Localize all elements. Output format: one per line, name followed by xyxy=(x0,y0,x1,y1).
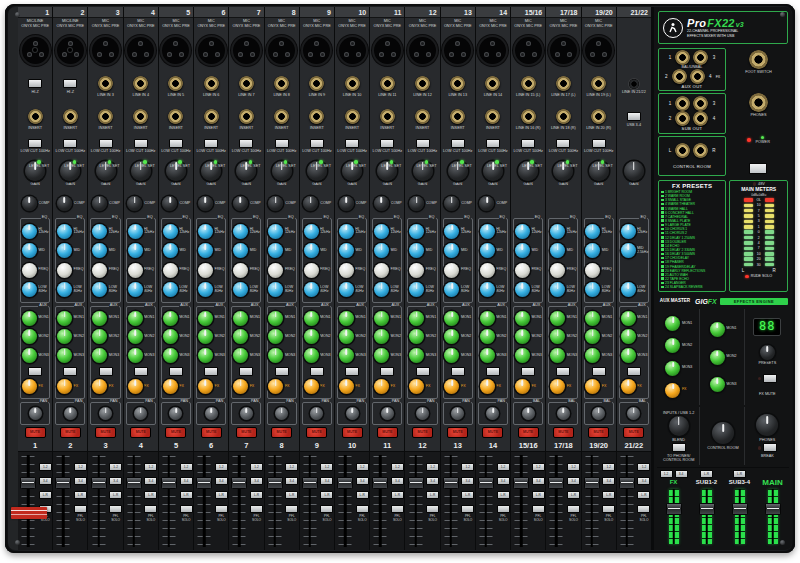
eq-mid-knob[interactable] xyxy=(233,243,248,258)
channel-fader[interactable] xyxy=(20,477,36,489)
eq-freq-knob[interactable] xyxy=(57,263,72,278)
eq-hi-knob[interactable] xyxy=(339,224,354,239)
sub12-fader[interactable] xyxy=(699,503,715,515)
eq-freq-knob[interactable] xyxy=(339,263,354,278)
mute-button[interactable]: MUTE xyxy=(623,427,644,438)
eq-hi-knob[interactable] xyxy=(198,224,213,239)
aux-master-mon2-knob[interactable] xyxy=(665,338,680,353)
fx-send-knob[interactable] xyxy=(444,379,459,394)
mon3-knob[interactable] xyxy=(339,348,354,363)
comp-knob[interactable] xyxy=(444,196,459,211)
assign-lr-button[interactable]: L-R xyxy=(426,491,439,499)
solo-button[interactable] xyxy=(637,505,650,513)
mute-button[interactable]: MUTE xyxy=(201,427,222,438)
eq-low-knob[interactable] xyxy=(339,282,354,297)
mute-button[interactable]: MUTE xyxy=(271,427,292,438)
phones-knob[interactable] xyxy=(756,414,778,436)
eq-freq-knob[interactable] xyxy=(444,263,459,278)
pan-knob[interactable] xyxy=(522,407,535,420)
pan-knob[interactable] xyxy=(169,407,182,420)
eq-mid-knob[interactable] xyxy=(92,243,107,258)
mon2-knob[interactable] xyxy=(163,329,178,344)
comp-knob[interactable] xyxy=(233,196,248,211)
eq-hi-knob[interactable] xyxy=(233,224,248,239)
fx-send-knob[interactable] xyxy=(480,379,495,394)
mon3-knob[interactable] xyxy=(128,348,143,363)
pan-knob[interactable] xyxy=(592,407,605,420)
fx-to-mon1-knob[interactable] xyxy=(710,322,725,337)
solo-button[interactable] xyxy=(356,505,369,513)
channel-fader[interactable] xyxy=(126,477,142,489)
solo-button[interactable] xyxy=(250,505,263,513)
eq-low-knob[interactable] xyxy=(163,282,178,297)
low-cut-switch[interactable] xyxy=(416,139,430,148)
solo-button[interactable] xyxy=(285,505,298,513)
eq-low-knob[interactable] xyxy=(92,282,107,297)
pan-knob[interactable] xyxy=(486,407,499,420)
sub12-lr-button[interactable]: L-R xyxy=(700,470,713,478)
fx-assign-3-4-button[interactable]: 3-4 xyxy=(675,470,688,478)
assign-3-4-button[interactable]: 3-4 xyxy=(461,477,474,485)
mon2-knob[interactable] xyxy=(515,329,530,344)
pre-post-switch[interactable] xyxy=(134,367,148,376)
pan-knob[interactable] xyxy=(557,407,570,420)
pre-post-switch[interactable] xyxy=(275,367,289,376)
assign-1-2-button[interactable]: 1-2 xyxy=(637,463,650,471)
eq-freq-knob[interactable] xyxy=(233,263,248,278)
eq-hi-knob[interactable] xyxy=(409,224,424,239)
assign-1-2-button[interactable]: 1-2 xyxy=(144,463,157,471)
low-cut-switch[interactable] xyxy=(310,139,324,148)
eq-freq-knob[interactable] xyxy=(92,263,107,278)
assign-1-2-button[interactable]: 1-2 xyxy=(39,463,52,471)
mute-button[interactable]: MUTE xyxy=(482,427,503,438)
mon3-knob[interactable] xyxy=(57,348,72,363)
assign-1-2-button[interactable]: 1-2 xyxy=(356,463,369,471)
low-cut-switch[interactable] xyxy=(380,139,394,148)
mute-button[interactable]: MUTE xyxy=(95,427,116,438)
solo-button[interactable] xyxy=(567,505,580,513)
assign-3-4-button[interactable]: 3-4 xyxy=(215,477,228,485)
pre-post-switch[interactable] xyxy=(592,367,606,376)
mon3-knob[interactable] xyxy=(621,348,636,363)
mon3-knob[interactable] xyxy=(163,348,178,363)
mon2-knob[interactable] xyxy=(304,329,319,344)
eq-low-knob[interactable] xyxy=(374,282,389,297)
assign-1-2-button[interactable]: 1-2 xyxy=(567,463,580,471)
assign-3-4-button[interactable]: 3-4 xyxy=(39,477,52,485)
mon3-knob[interactable] xyxy=(304,348,319,363)
pre-post-switch[interactable] xyxy=(627,367,641,376)
eq-low-knob[interactable] xyxy=(22,282,37,297)
eq-freq-knob[interactable] xyxy=(163,263,178,278)
eq-low-knob[interactable] xyxy=(550,282,565,297)
assign-lr-button[interactable]: L-R xyxy=(461,491,474,499)
eq-low-knob[interactable] xyxy=(515,282,530,297)
mon2-knob[interactable] xyxy=(585,329,600,344)
mon2-knob[interactable] xyxy=(22,329,37,344)
channel-fader[interactable] xyxy=(443,477,459,489)
solo-button[interactable] xyxy=(426,505,439,513)
channel-fader[interactable] xyxy=(267,477,283,489)
channel-fader[interactable] xyxy=(91,477,107,489)
assign-lr-button[interactable]: L-R xyxy=(250,491,263,499)
assign-1-2-button[interactable]: 1-2 xyxy=(109,463,122,471)
mon2-knob[interactable] xyxy=(57,329,72,344)
solo-button[interactable] xyxy=(109,505,122,513)
fx-send-knob[interactable] xyxy=(621,379,636,394)
comp-knob[interactable] xyxy=(268,196,283,211)
pan-knob[interactable] xyxy=(275,407,288,420)
aux-master-fx-knob[interactable] xyxy=(665,383,680,398)
assign-lr-button[interactable]: L-R xyxy=(602,491,615,499)
fx-to-mon3-knob[interactable] xyxy=(710,377,725,392)
assign-1-2-button[interactable]: 1-2 xyxy=(250,463,263,471)
eq-hi-knob[interactable] xyxy=(268,224,283,239)
low-cut-switch[interactable] xyxy=(486,139,500,148)
eq-mid-knob[interactable] xyxy=(480,243,495,258)
pre-post-switch[interactable] xyxy=(556,367,570,376)
eq-freq-knob[interactable] xyxy=(585,263,600,278)
mon2-knob[interactable] xyxy=(92,329,107,344)
eq-mid-knob[interactable] xyxy=(374,243,389,258)
comp-knob[interactable] xyxy=(162,196,177,211)
fx-send-knob[interactable] xyxy=(409,379,424,394)
mon2-knob[interactable] xyxy=(374,329,389,344)
fx-assign-1-2-button[interactable]: 1-2 xyxy=(660,470,673,478)
